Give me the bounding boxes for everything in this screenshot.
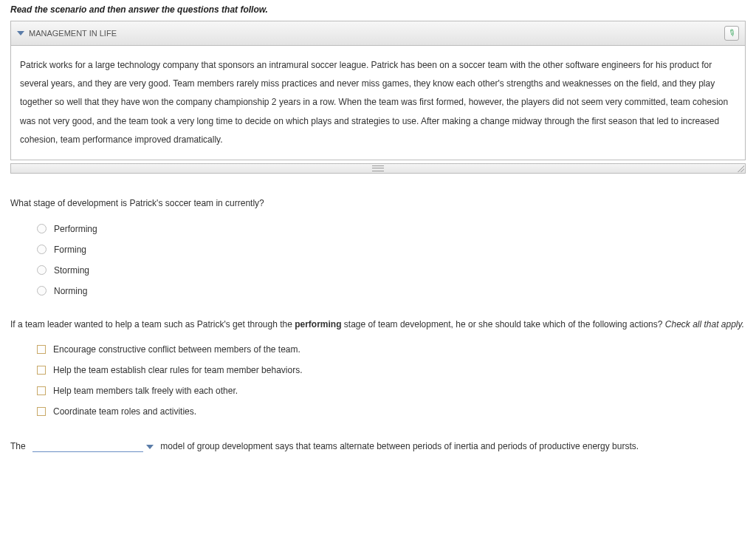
q1-option-norming[interactable]: Norming xyxy=(37,286,746,296)
q3-post: model of group development says that tea… xyxy=(160,441,639,451)
option-label: Storming xyxy=(54,265,89,276)
option-label: Coordinate team roles and activities. xyxy=(53,406,196,417)
scenario-text: Patrick works for a large technology com… xyxy=(11,46,745,160)
q2-bold-word: performing xyxy=(295,319,341,329)
blank-input[interactable] xyxy=(32,442,143,452)
panel-header[interactable]: MANAGEMENT IN LIFE ✎ xyxy=(11,21,745,46)
question-2-options: Encourage constructive conflict between … xyxy=(10,344,746,417)
option-label: Help team members talk freely with each … xyxy=(53,386,238,396)
dropdown-icon[interactable] xyxy=(146,445,154,449)
question-1-text: What stage of development is Patrick's s… xyxy=(10,196,746,212)
question-1-options: Performing Forming Storming Norming xyxy=(10,224,746,296)
drag-handle-icon xyxy=(372,165,384,171)
q2-option-0[interactable]: Encourage constructive conflict between … xyxy=(37,344,746,355)
radio-input[interactable] xyxy=(37,224,47,233)
q2-option-3[interactable]: Coordinate team roles and activities. xyxy=(37,406,746,417)
q3-pre: The xyxy=(10,441,28,451)
option-label: Performing xyxy=(54,224,97,234)
q1-option-performing[interactable]: Performing xyxy=(37,224,746,234)
question-2: If a team leader wanted to help a team s… xyxy=(10,317,746,417)
q2-option-1[interactable]: Help the team establish clear rules for … xyxy=(37,365,746,375)
resize-bar[interactable] xyxy=(10,163,746,174)
option-label: Forming xyxy=(54,245,86,255)
q1-option-storming[interactable]: Storming xyxy=(37,265,746,276)
q1-option-forming[interactable]: Forming xyxy=(37,245,746,255)
question-1: What stage of development is Patrick's s… xyxy=(10,196,746,296)
checkbox-input[interactable] xyxy=(37,386,46,395)
q2-hint: Check all that apply. xyxy=(665,319,744,329)
question-2-text: If a team leader wanted to help a team s… xyxy=(10,317,746,333)
option-label: Encourage constructive conflict between … xyxy=(53,344,300,355)
collapse-icon[interactable] xyxy=(17,31,24,35)
q2-option-2[interactable]: Help team members talk freely with each … xyxy=(37,386,746,396)
checkbox-input[interactable] xyxy=(37,345,46,354)
checkbox-input[interactable] xyxy=(37,366,46,375)
panel-title: MANAGEMENT IN LIFE xyxy=(29,29,117,38)
option-label: Help the team establish clear rules for … xyxy=(53,365,302,375)
pin-button[interactable]: ✎ xyxy=(724,26,739,41)
checkbox-input[interactable] xyxy=(37,407,46,416)
resize-corner-icon xyxy=(737,165,744,172)
instructions-text: Read the scenario and then answer the qu… xyxy=(10,0,746,21)
radio-input[interactable] xyxy=(37,265,47,275)
pin-icon: ✎ xyxy=(726,27,738,39)
question-3: The model of group development says that… xyxy=(10,437,746,455)
radio-input[interactable] xyxy=(37,245,47,254)
option-label: Norming xyxy=(54,286,87,296)
radio-input[interactable] xyxy=(37,286,47,296)
scenario-panel: MANAGEMENT IN LIFE ✎ Patrick works for a… xyxy=(10,21,746,160)
